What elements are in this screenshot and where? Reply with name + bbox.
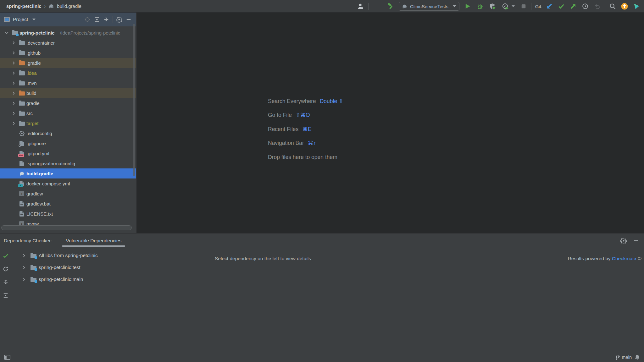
- gear-icon[interactable]: [619, 236, 628, 245]
- tree-row[interactable]: .springjavaformatconfig: [0, 158, 136, 168]
- collapse-all-icon[interactable]: [102, 15, 111, 24]
- dependency-checker-tool-window: Dependency Checker: Vulnerable Dependenc…: [0, 233, 644, 352]
- breadcrumb-separator: ›: [44, 2, 46, 11]
- editorconfig-file-icon: [18, 131, 26, 136]
- chevron-collapsed-icon[interactable]: [9, 91, 18, 95]
- tree-row-root[interactable]: spring-petclinic ~/IdeaProjects/spring-p…: [0, 28, 136, 38]
- folder-icon: [18, 111, 26, 116]
- ok-check-icon[interactable]: [1, 251, 10, 260]
- dependency-tree-row[interactable]: spring-petclinic:test: [12, 261, 203, 273]
- tree-row[interactable]: gradle: [0, 98, 136, 108]
- chevron-down-icon[interactable]: [32, 19, 36, 20]
- folder-icon: [18, 101, 26, 106]
- project-panel-title[interactable]: Project: [13, 17, 28, 22]
- text-file-icon: [18, 161, 26, 166]
- tree-row[interactable]: target: [0, 118, 136, 128]
- breadcrumb-project[interactable]: spring-petclinic: [6, 3, 42, 9]
- tree-row[interactable]: .editorconfig: [0, 128, 136, 138]
- folder-icon: [18, 41, 26, 45]
- dependency-tree-row[interactable]: All libs from spring-petclinic: [12, 250, 203, 261]
- run-with-coverage-button[interactable]: [488, 1, 498, 11]
- project-view-icon: [4, 16, 10, 23]
- gear-icon[interactable]: [114, 15, 124, 24]
- module-folder-icon: [29, 277, 38, 282]
- main-toolbar: ClinicServiceTests Git:: [356, 0, 641, 13]
- profiler-options-chevron[interactable]: [510, 1, 516, 11]
- plugin-logo-icon[interactable]: [631, 1, 641, 11]
- tree-row[interactable]: DC docker-compose.yml: [0, 178, 136, 189]
- git-update-button[interactable]: [544, 1, 554, 11]
- dependency-checker-content: All libs from spring-petclinic spring-pe…: [0, 248, 644, 352]
- chevron-collapsed-icon[interactable]: [19, 266, 29, 270]
- run-configuration-select[interactable]: ClinicServiceTests: [399, 2, 459, 11]
- hide-panel-icon[interactable]: [631, 236, 641, 245]
- tree-row[interactable]: gradlew.bat: [0, 199, 136, 209]
- search-everywhere-icon[interactable]: [608, 1, 618, 11]
- profiler-button[interactable]: [500, 1, 510, 11]
- tree-row[interactable]: src: [0, 108, 136, 118]
- folder-icon: [18, 71, 26, 75]
- expand-all-icon[interactable]: [1, 291, 10, 300]
- yaml-file-icon: YML: [18, 151, 26, 156]
- dependency-tree: All libs from spring-petclinic spring-pe…: [12, 248, 203, 352]
- dependency-checker-header: Dependency Checker: Vulnerable Dependenc…: [0, 233, 644, 248]
- shortcut-navigation-bar: Navigation Bar⌘↑: [268, 136, 343, 151]
- breadcrumb-file[interactable]: build.gradle: [57, 3, 81, 9]
- notifications-bell-icon[interactable]: [634, 354, 640, 360]
- chevron-collapsed-icon[interactable]: [9, 51, 18, 55]
- chevron-collapsed-icon[interactable]: [19, 277, 29, 282]
- refresh-icon[interactable]: [1, 265, 10, 273]
- tree-row[interactable]: .gradle: [0, 58, 136, 68]
- user-icon[interactable]: [356, 1, 366, 11]
- expand-all-icon[interactable]: [92, 15, 102, 24]
- tree-row[interactable]: .devcontainer: [0, 38, 136, 48]
- excluded-folder-icon: [18, 61, 26, 65]
- debug-button[interactable]: [475, 1, 485, 11]
- toggle-tool-windows-icon[interactable]: [4, 354, 11, 361]
- chevron-collapsed-icon[interactable]: [9, 41, 18, 45]
- pane-divider[interactable]: [203, 248, 203, 352]
- tree-row[interactable]: › gradlew: [0, 189, 136, 199]
- git-commit-button[interactable]: [556, 1, 566, 11]
- chevron-collapsed-icon[interactable]: [9, 121, 18, 125]
- checkmarx-link[interactable]: Checkmarx: [612, 256, 636, 261]
- chevron-collapsed-icon[interactable]: [9, 71, 18, 75]
- collapse-all-icon[interactable]: [1, 278, 10, 287]
- tree-row[interactable]: LICENSE.txt: [0, 209, 136, 219]
- rollback-icon: [592, 1, 602, 11]
- project-file-tree: spring-petclinic ~/IdeaProjects/spring-p…: [0, 26, 136, 228]
- git-push-button[interactable]: [568, 1, 578, 11]
- drop-files-hint: Drop files here to open them: [268, 150, 343, 164]
- vertical-scrollbar[interactable]: [133, 24, 135, 176]
- gradle-file-icon: [18, 171, 26, 177]
- dependency-details-placeholder: Select dependency on the left to view de…: [215, 256, 311, 261]
- gitignore-file-icon: [18, 141, 26, 146]
- tree-row[interactable]: .github: [0, 48, 136, 58]
- tree-row[interactable]: .idea: [0, 68, 136, 78]
- tree-row-selected[interactable]: build.gradle: [0, 168, 136, 178]
- chevron-expanded-icon[interactable]: [3, 31, 11, 35]
- chevron-collapsed-icon[interactable]: [9, 81, 18, 85]
- dependency-tree-row[interactable]: spring-petclinic:main: [12, 273, 203, 285]
- build-hammer-icon[interactable]: [386, 1, 396, 11]
- toolbar-divider: [605, 3, 605, 10]
- folder-icon: [18, 121, 26, 126]
- hide-panel-icon[interactable]: [124, 15, 133, 24]
- chevron-collapsed-icon[interactable]: [9, 111, 18, 115]
- tree-row[interactable]: .mvn: [0, 78, 136, 88]
- run-button[interactable]: [463, 1, 473, 11]
- tree-row[interactable]: YML .gitpod.yml: [0, 148, 136, 158]
- horizontal-scrollbar[interactable]: [1, 225, 132, 230]
- tab-vulnerable-dependencies[interactable]: Vulnerable Dependencies: [66, 233, 121, 248]
- git-branch-widget[interactable]: main: [615, 354, 632, 360]
- history-icon[interactable]: [580, 1, 590, 11]
- editor-empty-shortcuts: Search EverywhereDouble ⇧ Go to File⇧⌘O …: [268, 94, 343, 164]
- chevron-collapsed-icon[interactable]: [9, 101, 18, 105]
- text-file-icon: [18, 201, 26, 206]
- chevron-collapsed-icon[interactable]: [19, 254, 29, 258]
- tree-row[interactable]: build: [0, 88, 136, 98]
- update-available-icon[interactable]: [619, 1, 630, 11]
- shell-script-file-icon: ›: [18, 191, 26, 196]
- tree-row[interactable]: .gitignore: [0, 138, 136, 148]
- chevron-collapsed-icon[interactable]: [9, 61, 18, 65]
